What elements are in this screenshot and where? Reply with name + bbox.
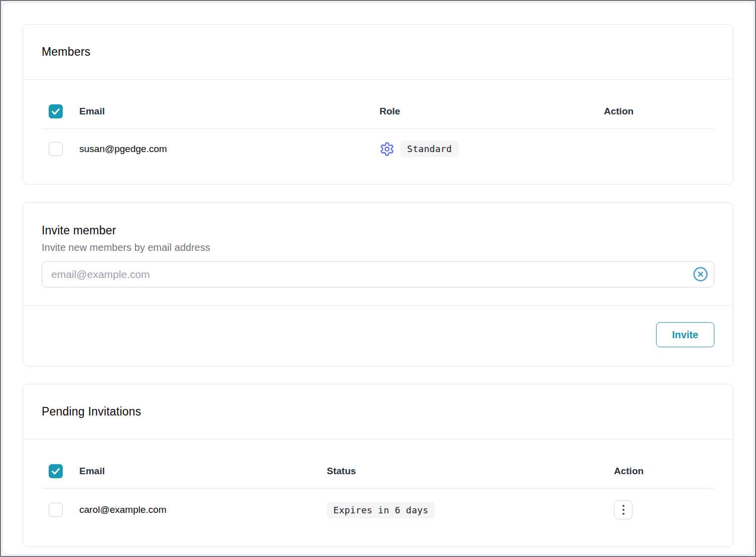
members-card-title: Members: [42, 45, 714, 59]
member-email: susan@pgedge.com: [79, 144, 380, 155]
pending-col-status: Status: [327, 466, 614, 477]
gear-icon[interactable]: [380, 142, 395, 157]
members-table-header-row: Email Role Action: [23, 80, 733, 128]
member-row-checkbox[interactable]: [49, 142, 63, 156]
pending-invitations-card: Pending Invitations Email Status Action …: [23, 384, 733, 547]
members-card: Members Email Role Action susan@pgedge.c…: [23, 24, 733, 185]
pending-status-badge: Expires in 6 days: [327, 502, 435, 518]
member-row: susan@pgedge.com Standard: [23, 129, 733, 169]
kebab-menu-icon: [622, 505, 624, 507]
pending-row-checkbox[interactable]: [49, 503, 63, 517]
invite-card-title: Invite member: [42, 224, 714, 237]
invite-card-footer: Invite: [23, 305, 733, 366]
pending-col-email: Email: [79, 466, 327, 477]
pending-action-cell: [614, 500, 714, 519]
members-select-all-checkbox[interactable]: [49, 104, 63, 118]
checkmark-icon: [52, 468, 60, 475]
members-col-role: Role: [380, 106, 604, 117]
members-col-action: Action: [604, 106, 714, 117]
invite-card-body: Invite member Invite new members by emai…: [23, 203, 733, 305]
invite-button[interactable]: Invite: [656, 322, 714, 347]
clear-input-button[interactable]: [692, 266, 708, 283]
screenshot-frame: Members Email Role Action susan@pgedge.c…: [0, 0, 756, 557]
member-role-badge: Standard: [401, 141, 458, 157]
pending-status-cell: Expires in 6 days: [327, 502, 614, 518]
invite-card-subtitle: Invite new members by email address: [42, 242, 714, 253]
members-col-email: Email: [79, 106, 380, 117]
pending-email: carol@example.com: [79, 504, 327, 515]
pending-col-action: Action: [614, 466, 714, 477]
checkmark-icon: [52, 108, 60, 115]
row-actions-menu-button[interactable]: [614, 500, 633, 519]
invite-email-input[interactable]: [42, 261, 714, 288]
pending-select-all-checkbox[interactable]: [49, 464, 63, 478]
circle-x-icon: [693, 266, 708, 282]
pending-card-header: Pending Invitations: [23, 384, 733, 439]
invite-email-input-wrap: [42, 261, 714, 288]
pending-invitation-row: carol@example.com Expires in 6 days: [23, 489, 733, 531]
invite-member-card: Invite member Invite new members by emai…: [23, 202, 733, 366]
members-card-header: Members: [23, 25, 733, 79]
pending-table-header-row: Email Status Action: [23, 440, 733, 488]
settings-page: Members Email Role Action susan@pgedge.c…: [3, 3, 753, 554]
member-role-cell: Standard: [380, 141, 604, 157]
pending-card-title: Pending Invitations: [42, 405, 714, 419]
